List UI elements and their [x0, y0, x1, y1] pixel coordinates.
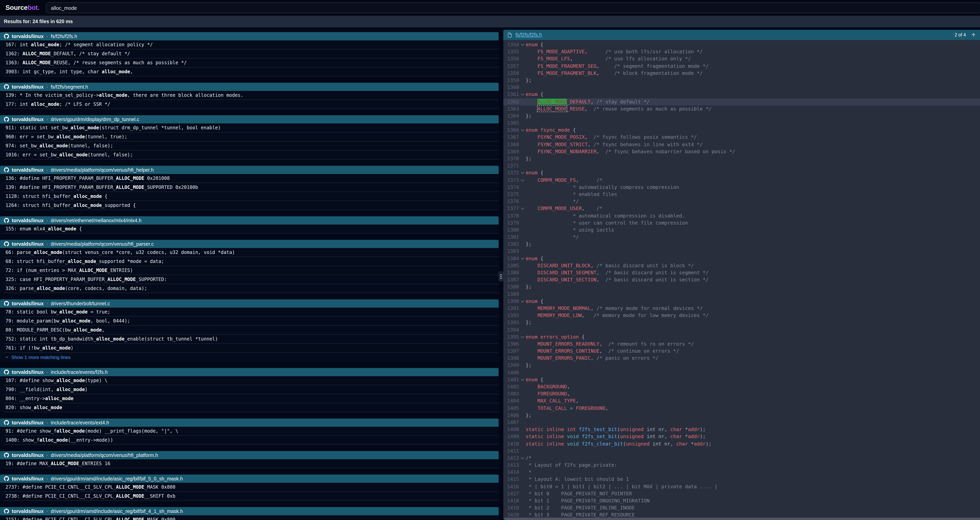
github-icon [4, 84, 9, 89]
file-result-header[interactable]: torvalds/linux·drivers/net/ethernet/mell… [0, 216, 499, 224]
separator-dot: · [46, 167, 48, 173]
fold-column [519, 298, 526, 305]
fold-toggle-icon[interactable] [521, 43, 524, 46]
search-match-line[interactable]: 1128: struct hfi_buffer_alloc_mode { [0, 192, 499, 201]
horizontal-scrollbar[interactable] [503, 518, 980, 520]
search-input[interactable] [46, 2, 980, 13]
fold-column [519, 170, 526, 177]
code-text: MEMORY_MODE_NORMAL, /* memory mode for n… [526, 305, 980, 312]
search-match-line[interactable]: 804: __entry->alloc_mode [0, 394, 499, 403]
fold-toggle-icon[interactable] [521, 171, 524, 174]
fold-column [519, 113, 526, 119]
show-more-matches-link[interactable]: Show 1 more matching lines [0, 353, 499, 362]
file-result-header[interactable]: torvalds/linux·drivers/gpu/drm/display/d… [0, 115, 499, 123]
fold-toggle-icon[interactable] [521, 377, 524, 381]
file-result-header[interactable]: torvalds/linux·include/trace/events/f2fs… [0, 368, 499, 376]
fold-column [519, 191, 526, 198]
search-match-line[interactable]: 1016: err = set_bw_alloc_mode(tunnel, fa… [0, 151, 499, 159]
search-match-line[interactable]: 960: err = set_bw_alloc_mode(tunnel, tru… [0, 132, 499, 142]
search-match-line[interactable]: 911: static int set_bw_alloc_mode(struct… [0, 123, 499, 132]
search-match-line[interactable]: 139: #define HFI_PROPERTY_PARAM_BUFFER_A… [0, 183, 499, 192]
fold-toggle-icon[interactable] [521, 335, 524, 338]
search-match-line[interactable]: 1264: struct hfi_buffer_alloc_mode_suppo… [0, 201, 499, 210]
search-match-line[interactable]: 3903: int gc_type, int type, char alloc_… [0, 67, 499, 76]
code-text: */ [526, 198, 980, 205]
search-match-line[interactable]: 79: module_param(bw_alloc_mode, bool, 04… [0, 316, 499, 326]
file-result-header[interactable]: torvalds/linux·fs/f2fs/segment.h [0, 83, 499, 91]
file-result-header[interactable]: torvalds/linux·drivers/media/platform/qc… [0, 451, 499, 459]
line-number: 1358 [503, 70, 519, 77]
repo-name: torvalds/linux [12, 167, 44, 173]
code-line: 1381 */ [503, 234, 980, 241]
line-number: 1355 [503, 48, 519, 55]
search-match-line[interactable]: 19: #define MAX_ALLOC_MODE_ENTRIES 16 [0, 459, 499, 468]
file-result-header[interactable]: torvalds/linux·fs/f2fs/f2fs.h [0, 32, 499, 40]
file-result-header[interactable]: torvalds/linux·include/trace/events/ext4… [0, 418, 499, 427]
file-result-header[interactable]: torvalds/linux·drivers/gpu/drm/amd/inclu… [0, 507, 499, 515]
search-match-line[interactable]: 2737: #define PCIE_CI_CNTL__CI_SLV_CPL_A… [0, 483, 499, 492]
search-match-line[interactable]: 167: int alloc_mode; /* segment allocati… [0, 40, 499, 49]
file-path: drivers/thunderbolt/tunnel.c [51, 301, 110, 306]
code-line: 1366enum fsync_mode { [503, 127, 980, 134]
search-match-line[interactable]: 1362: ALLOC_MODE_DEFAULT, /* stay defaul… [0, 49, 499, 58]
search-match-line[interactable]: 974: set_bw_alloc_mode(tunnel, false); [0, 142, 499, 151]
line-number: 1356 [503, 56, 519, 62]
preview-file-path[interactable]: fs/f2fs/f2fs.h [515, 32, 542, 38]
search-match-line[interactable]: 68: struct hfi_buffer_alloc_mode_support… [0, 257, 499, 266]
fold-toggle-icon[interactable] [521, 299, 524, 302]
resize-handle[interactable] [498, 271, 504, 282]
fold-toggle-icon[interactable] [521, 92, 524, 95]
search-match-line[interactable]: 139: * In the victim_sel_policy->alloc_m… [0, 91, 499, 100]
search-match-line[interactable]: 761: if (!bw_alloc_mode) [0, 343, 499, 353]
code-line: 1397 MOUNT_ERRORS_CONTINUE, /* continue … [503, 348, 980, 355]
line-number: 1419 [503, 504, 519, 511]
fold-toggle-icon[interactable] [521, 456, 524, 459]
search-match-line[interactable]: 136: #define HFI_PROPERTY_PARAM_BUFFER_A… [0, 174, 499, 183]
search-match-line[interactable]: 1363: ALLOC_MODE_REUSE, /* reuse segment… [0, 58, 499, 67]
search-match-line[interactable]: 2151: #define PCIE_CI_CNTL__CI_SLV_CPL_A… [0, 515, 499, 520]
search-match-line[interactable]: 752: static int tb_dp_bandwidth_alloc_mo… [0, 335, 499, 343]
search-match-line[interactable]: 2738: #define PCIE_CI_CNTL__CI_SLV_CPL_A… [0, 492, 499, 501]
match-position: 2 of 4 [955, 33, 966, 37]
code-text: * | bit0 = 1 | bit1 | bit2 | ... | bit M… [526, 483, 980, 490]
file-result-header[interactable]: torvalds/linux·drivers/gpu/drm/amd/inclu… [0, 475, 499, 483]
code-line: 1380 * using ioctls [503, 226, 980, 234]
search-match-line[interactable]: 177: int alloc_mode; /* LFS or SSR */ [0, 100, 499, 109]
fold-column [519, 212, 526, 219]
fold-column [519, 184, 526, 191]
search-match-line[interactable]: 155: enum mlx4_alloc_mode { [0, 224, 499, 234]
search-match-line[interactable]: 66: parse_alloc_mode(struct venus_core *… [0, 248, 499, 257]
fold-toggle-icon[interactable] [521, 178, 524, 181]
fold-toggle-icon[interactable] [521, 206, 524, 210]
search-match-line[interactable]: 325: case HFI_PROPERTY_PARAM_BUFFER_ALLO… [0, 275, 499, 284]
file-result-group: torvalds/linux·fs/f2fs/f2fs.h167: int al… [0, 32, 499, 76]
fold-toggle-icon[interactable] [521, 256, 524, 259]
search-match-line[interactable]: 72: if (num_entries > MAX_ALLOC_MODE_ENT… [0, 266, 499, 275]
line-number: 1413 [503, 462, 519, 469]
fold-column [519, 62, 526, 70]
fold-column [519, 319, 526, 326]
file-result-header[interactable]: torvalds/linux·drivers/media/platform/qc… [0, 166, 499, 174]
code-text: * [526, 469, 980, 476]
sourcebot-logo[interactable]: Sourcebot. [5, 4, 40, 12]
code-line: 1385 DISCARD_UNIT_BLOCK, /* basic discar… [503, 262, 980, 269]
search-match-line[interactable]: 78: static bool bw_alloc_mode = true; [0, 308, 499, 316]
search-match-line[interactable]: 1400: show_falloc_mode(__entry->mode)) [0, 436, 499, 445]
search-match-line[interactable]: 91: #define show_falloc_mode(mode) __pri… [0, 427, 499, 436]
search-match-line[interactable]: 107: #define show_alloc_mode(type) \ [0, 376, 499, 385]
code-text: enum { [526, 376, 980, 383]
code-text [526, 326, 980, 333]
fold-column [519, 262, 526, 269]
code-line: 1384enum { [503, 255, 980, 262]
previous-match-button[interactable] [970, 31, 977, 38]
fold-toggle-icon[interactable] [521, 128, 524, 131]
code-text: enum { [526, 170, 980, 177]
search-match-line[interactable]: 820: show_alloc_mode [0, 403, 499, 412]
file-result-header[interactable]: torvalds/linux·drivers/media/platform/qc… [0, 240, 499, 248]
search-match-line[interactable]: 790: __field(int, alloc_mode) [0, 385, 499, 394]
search-match-line[interactable]: 326: parse_alloc_mode(core, codecs, doma… [0, 284, 499, 293]
separator-dot: · [46, 476, 48, 482]
file-result-header[interactable]: torvalds/linux·drivers/thunderbolt/tunne… [0, 299, 499, 308]
search-match-line[interactable]: 80: MODULE_PARM_DESC(bw_alloc_mode, [0, 326, 499, 335]
line-number: 1364 [503, 113, 519, 119]
